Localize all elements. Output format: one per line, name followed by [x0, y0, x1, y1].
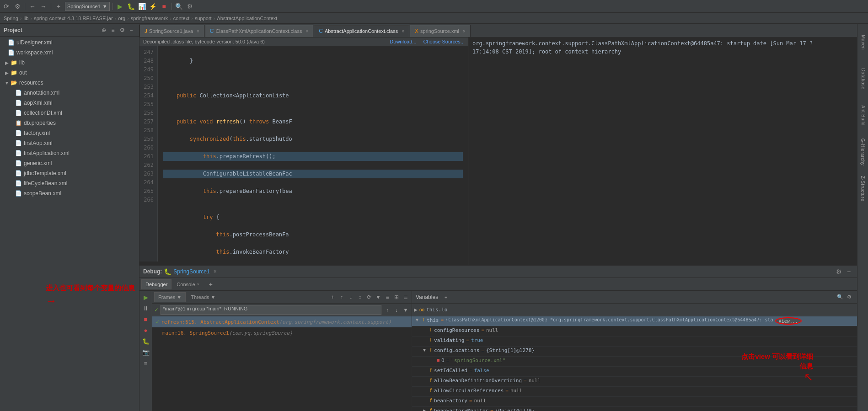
var-item-validating[interactable]: f validating = true	[412, 336, 857, 347]
var-item-allowCR[interactable]: f allowCircularReferences = null	[412, 387, 857, 397]
settings-btn[interactable]: ⚙	[186, 2, 195, 11]
tab-debugger[interactable]: Debugger	[141, 279, 171, 289]
stop-btn[interactable]: ■	[160, 2, 169, 11]
debug-session-close[interactable]: ×	[214, 268, 217, 275]
nav-forward-btn[interactable]: →	[39, 2, 48, 11]
breadcrumb-context[interactable]: context	[173, 16, 189, 21]
debug-session-name[interactable]: SpringSource1	[173, 268, 209, 275]
view-breakpoints-btn[interactable]: 🐛	[141, 336, 150, 346]
tab-close-btn[interactable]: ×	[463, 29, 466, 34]
nav-back-btn[interactable]: ←	[28, 2, 37, 11]
frames-add-btn[interactable]: +	[328, 293, 337, 301]
var-item-beanFactoryMonitor[interactable]: ▶ f beanFactoryMonitor = {Object@1279}	[412, 407, 857, 411]
download-link[interactable]: Download...	[390, 39, 416, 44]
tree-item-uiDesigner[interactable]: 📄 uiDesigner.xml	[0, 37, 139, 48]
frames-table-btn[interactable]: ⊞	[392, 293, 401, 301]
frames-settings-btn[interactable]: ≡	[383, 293, 391, 301]
var-item-setIdCalled[interactable]: f setIdCalled = false	[412, 367, 857, 377]
tab-close-btn[interactable]: ×	[197, 29, 199, 34]
coverage-btn[interactable]: 📊	[138, 2, 147, 11]
thread-dropdown[interactable]: *main*@1 in group *main*: RUNNING	[161, 305, 381, 315]
var-item-0[interactable]: ■ 0 = "springSource.xml"	[412, 357, 857, 367]
panel-add-btn[interactable]: ⊕	[100, 26, 108, 34]
debug-settings-btn[interactable]: ⚙	[834, 267, 843, 276]
var-item-this[interactable]: ▼ f this = {ClassPathXmlApplicationConte…	[412, 316, 857, 326]
tree-item-lifeCycleBean[interactable]: 📄 lifeCycleBean.xml	[0, 178, 139, 188]
breadcrumb-spring[interactable]: Spring	[4, 16, 18, 21]
tree-item-scopeBean[interactable]: 📄 scopeBean.xml	[0, 188, 139, 198]
mute-btn[interactable]: 📷	[141, 347, 150, 357]
add-btn[interactable]: +	[54, 2, 63, 11]
sidebar-database[interactable]: Database	[857, 60, 868, 97]
sidebar-ant[interactable]: Ant Build	[857, 97, 868, 133]
threads-tab[interactable]: Threads ▼	[187, 292, 220, 302]
var-item-allowBDO[interactable]: f allowBeanDefinitionOverriding = null	[412, 377, 857, 387]
search-btn[interactable]: 🔍	[175, 2, 184, 11]
frames-reset-btn[interactable]: ⟳	[365, 293, 373, 301]
frames-filter-btn[interactable]: ▼	[374, 293, 382, 301]
tree-item-workspace[interactable]: 📄 workspace.xml	[0, 48, 139, 58]
tree-item-lib[interactable]: ▶ 📁 lib	[0, 58, 139, 68]
tree-item-firstAop[interactable]: 📄 firstAop.xml	[0, 138, 139, 148]
vars-search-btn[interactable]: 🔍	[836, 293, 844, 301]
debug-tab-add-btn[interactable]: +	[206, 280, 215, 289]
build-btn[interactable]: ⚙	[13, 2, 22, 11]
pause-btn[interactable]: ⏸	[141, 304, 150, 313]
tree-item-out[interactable]: ▶ 📁 out	[0, 68, 139, 78]
resume-btn[interactable]: ▶	[141, 293, 150, 302]
breadcrumb-class[interactable]: AbstractApplicationContext	[217, 16, 277, 21]
panel-close-btn[interactable]: −	[127, 26, 135, 34]
thread-filter-btn[interactable]: ▼	[402, 306, 410, 314]
profile-btn[interactable]: ⚡	[149, 2, 158, 11]
tab-abstractapp[interactable]: C AbstractApplicationContext.class ×	[314, 25, 409, 37]
tree-item-firstApplication[interactable]: 📄 firstApplication.xml	[0, 148, 139, 158]
var-view-btn[interactable]: View...	[775, 317, 802, 325]
refresh-btn[interactable]: ⟳	[2, 2, 11, 11]
frames-more-btn[interactable]: ↕	[356, 293, 364, 301]
breadcrumb-jar[interactable]: spring-context-4.3.18.RELEASE.jar	[34, 16, 113, 21]
frame-item-main[interactable]: main:16, SpringSource1 (com.yq.springSou…	[152, 327, 412, 338]
project-dropdown[interactable]: SpringSource1 ▼	[65, 2, 110, 11]
debug-minimize-btn[interactable]: −	[844, 267, 853, 276]
tab-classpathxml[interactable]: C ClassPathXmlApplicationContext.class ×	[205, 25, 313, 37]
frames-down-btn[interactable]: ↓	[347, 293, 355, 301]
tree-item-jdbcTemplate[interactable]: 📄 jdbcTemplate.xml	[0, 168, 139, 178]
choose-sources-link[interactable]: Choose Sources...	[423, 39, 465, 44]
thread-down-btn[interactable]: ↓	[392, 306, 401, 314]
breadcrumb-org[interactable]: org	[118, 16, 125, 21]
breadcrumb-support[interactable]: support	[195, 16, 212, 21]
tree-item-resources[interactable]: ▼ 📂 resources	[0, 78, 139, 88]
var-item-beanFactory[interactable]: f beanFactory = null	[412, 397, 857, 407]
sidebar-zstructure[interactable]: Z-Structure	[857, 170, 868, 207]
run-btn[interactable]: ▶	[116, 2, 125, 11]
panel-settings-btn[interactable]: ⚙	[118, 26, 126, 34]
sidebar-ghierarchy[interactable]: G-Hierarchy	[857, 133, 868, 170]
var-item-configResources[interactable]: f configResources = null	[412, 326, 857, 336]
sidebar-maven[interactable]: Maven	[857, 24, 868, 60]
tab-springsource1[interactable]: J SpringSource1.java ×	[139, 25, 204, 37]
stop-btn[interactable]: ■	[141, 315, 150, 324]
frame-item-refresh[interactable]: ✓ refresh:515, AbstractApplicationContex…	[152, 316, 412, 327]
thread-up-btn[interactable]: ↑	[383, 306, 391, 314]
panel-expand-btn[interactable]: ≡	[109, 26, 117, 34]
tree-item-collectionDI[interactable]: 📄 collectionDI.xml	[0, 108, 139, 118]
frames-tab[interactable]: Frames ▼	[154, 292, 186, 302]
var-item-configLocations[interactable]: ▼ f configLocations = {String[1]@1278}	[412, 347, 857, 357]
tree-item-factory[interactable]: 📄 factory.xml	[0, 128, 139, 138]
frames-list-btn[interactable]: ≣	[402, 293, 410, 301]
tab-close-btn[interactable]: ×	[305, 29, 308, 34]
tab-springsource-xml[interactable]: X springSource.xml ×	[410, 25, 471, 37]
tab-console[interactable]: Console ×	[172, 279, 204, 289]
debug-run-btn[interactable]: 🐛	[127, 2, 136, 11]
console-tab-close-icon[interactable]: ×	[197, 282, 199, 287]
breakpoint-btn[interactable]: ●	[141, 326, 150, 335]
tree-item-annotation[interactable]: 📄 annotation.xml	[0, 88, 139, 98]
frames-up-btn[interactable]: ↑	[338, 293, 346, 301]
tree-item-db[interactable]: 📋 db.properties	[0, 118, 139, 128]
breadcrumb-lib[interactable]: lib	[23, 16, 28, 21]
tree-item-aopXml[interactable]: 📄 aopXml.xml	[0, 98, 139, 108]
tab-close-btn[interactable]: ×	[402, 29, 404, 34]
vars-add-btn[interactable]: +	[442, 293, 450, 301]
tree-item-generic[interactable]: 📄 generic.xml	[0, 158, 139, 168]
more-btn[interactable]: ≡	[141, 358, 150, 368]
